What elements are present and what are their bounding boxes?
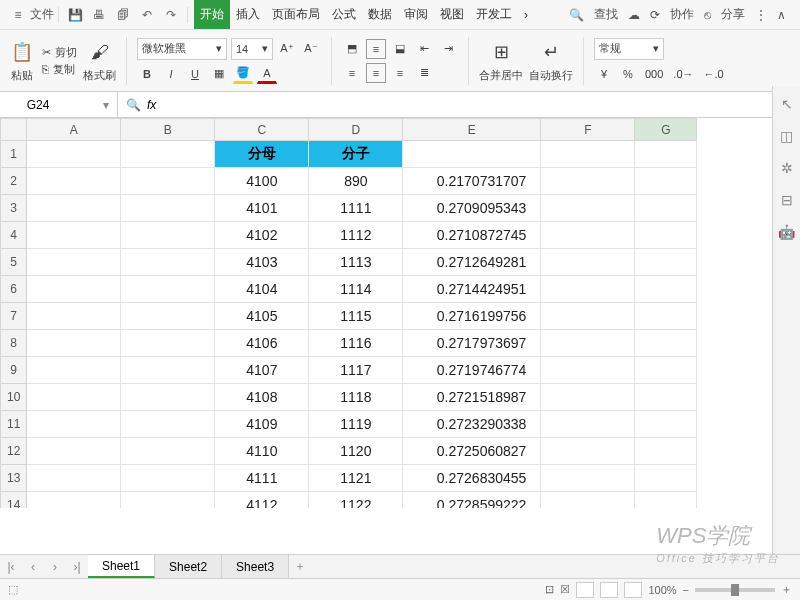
increase-font-icon[interactable]: A⁺	[277, 39, 297, 59]
table-row[interactable]: 9410711170.2719746774	[1, 357, 697, 384]
tab-data[interactable]: 数据	[362, 0, 398, 29]
wrap-text-icon[interactable]: ↵	[537, 38, 565, 66]
table-row[interactable]: 3410111110.2709095343	[1, 195, 697, 222]
more-icon[interactable]: ⋮	[755, 8, 767, 22]
record-icon[interactable]: ⬚	[8, 583, 18, 596]
cloud-icon[interactable]: ☁	[628, 8, 640, 22]
tab-prev-icon[interactable]: ‹	[22, 555, 44, 578]
table-row[interactable]: 10410811180.2721518987	[1, 384, 697, 411]
tab-more[interactable]: ›	[518, 0, 534, 29]
align-bottom-icon[interactable]: ⬓	[390, 39, 410, 59]
save-icon[interactable]: 💾	[66, 6, 84, 24]
merge-cells-icon[interactable]: ⊞	[487, 38, 515, 66]
currency-icon[interactable]: ¥	[594, 64, 614, 84]
search-icon[interactable]: 🔍	[569, 8, 584, 22]
tab-developer[interactable]: 开发工	[470, 0, 518, 29]
font-name-combo[interactable]: 微软雅黑▾	[137, 38, 227, 60]
col-header-E[interactable]: E	[403, 119, 541, 141]
robot-icon[interactable]: 🤖	[778, 224, 795, 240]
increase-decimal-icon[interactable]: .0→	[670, 64, 696, 84]
italic-button[interactable]: I	[161, 64, 181, 84]
table-row[interactable]: 13411111210.2726830455	[1, 465, 697, 492]
collab-label[interactable]: 协作	[670, 6, 694, 23]
normal-view-icon[interactable]	[576, 582, 594, 598]
border-button[interactable]: ▦	[209, 64, 229, 84]
copy-icon[interactable]: ⎘	[42, 63, 49, 75]
align-top-icon[interactable]: ⬒	[342, 39, 362, 59]
preview-icon[interactable]: 🗐	[114, 6, 132, 24]
zoom-value[interactable]: 100%	[648, 584, 676, 596]
zoom-slider[interactable]	[695, 588, 775, 592]
table-row[interactable]: 5410311130.2712649281	[1, 249, 697, 276]
fill-color-button[interactable]: 🪣	[233, 64, 253, 84]
sheet-tab-2[interactable]: Sheet2	[155, 555, 222, 578]
zoom-in-icon[interactable]: ＋	[781, 582, 792, 597]
paste-icon[interactable]: 📋	[8, 38, 36, 66]
tab-page-layout[interactable]: 页面布局	[266, 0, 326, 29]
fx-icon[interactable]: fx	[147, 98, 156, 112]
expand-icon[interactable]: ∧	[777, 8, 786, 22]
align-justify-icon[interactable]: ≣	[414, 63, 434, 83]
decrease-font-icon[interactable]: A⁻	[301, 39, 321, 59]
tab-insert[interactable]: 插入	[230, 0, 266, 29]
tab-start[interactable]: 开始	[194, 0, 230, 29]
col-header-A[interactable]: A	[27, 119, 121, 141]
cursor-icon[interactable]: ↖	[781, 96, 793, 112]
page-view-icon[interactable]	[600, 582, 618, 598]
share-icon[interactable]: ⎋	[704, 8, 711, 22]
table-row[interactable]: 12411011200.2725060827	[1, 438, 697, 465]
underline-button[interactable]: U	[185, 64, 205, 84]
cut-label[interactable]: 剪切	[55, 45, 77, 60]
tab-view[interactable]: 视图	[434, 0, 470, 29]
share-label[interactable]: 分享	[721, 6, 745, 23]
col-header-G[interactable]: G	[635, 119, 697, 141]
break-view-icon[interactable]	[624, 582, 642, 598]
redo-icon[interactable]: ↷	[162, 6, 180, 24]
undo-icon[interactable]: ↶	[138, 6, 156, 24]
row-header[interactable]: 1	[1, 141, 27, 168]
select-icon[interactable]: ◫	[780, 128, 793, 144]
tab-review[interactable]: 审阅	[398, 0, 434, 29]
property-icon[interactable]: ⊟	[781, 192, 793, 208]
bold-button[interactable]: B	[137, 64, 157, 84]
font-color-button[interactable]: A	[257, 64, 277, 84]
name-box-dropdown-icon[interactable]: ▾	[103, 98, 109, 112]
table-row[interactable]: 8410611160.2717973697	[1, 330, 697, 357]
align-right-icon[interactable]: ≡	[390, 63, 410, 83]
cancel-icon[interactable]: 🔍	[126, 98, 141, 112]
align-left-icon[interactable]: ≡	[342, 63, 362, 83]
print-icon[interactable]: 🖶	[90, 6, 108, 24]
sheet-tab-3[interactable]: Sheet3	[222, 555, 289, 578]
file-menu[interactable]: 文件	[30, 6, 54, 23]
zoom-out-icon[interactable]: −	[683, 584, 689, 596]
settings-icon[interactable]: ✲	[781, 160, 793, 176]
align-center-icon[interactable]: ≡	[366, 63, 386, 83]
format-painter-icon[interactable]: 🖌	[86, 38, 114, 66]
indent-decrease-icon[interactable]: ⇤	[414, 39, 434, 59]
align-middle-icon[interactable]: ≡	[366, 39, 386, 59]
lock-icon[interactable]: ☒	[560, 583, 570, 596]
col-header-B[interactable]: B	[121, 119, 215, 141]
table-row[interactable]: 14411211220.2728599222	[1, 492, 697, 509]
name-box-input[interactable]	[8, 98, 68, 112]
sheet-grid[interactable]: ABCDEFG1分母分子241008900.217073170734101111…	[0, 118, 800, 508]
font-size-combo[interactable]: 14▾	[231, 38, 273, 60]
col-header-C[interactable]: C	[215, 119, 309, 141]
add-sheet-icon[interactable]: ＋	[289, 555, 311, 578]
search-label[interactable]: 查找	[594, 6, 618, 23]
tab-first-icon[interactable]: |‹	[0, 555, 22, 578]
comma-icon[interactable]: 000	[642, 64, 666, 84]
sheet-tab-1[interactable]: Sheet1	[88, 555, 155, 578]
table-row[interactable]: 241008900.2170731707	[1, 168, 697, 195]
sync-icon[interactable]: ⟳	[650, 8, 660, 22]
app-mode-icon[interactable]: ⊡	[545, 583, 554, 596]
table-row[interactable]: 11410911190.2723290338	[1, 411, 697, 438]
tab-next-icon[interactable]: ›	[44, 555, 66, 578]
col-header-F[interactable]: F	[541, 119, 635, 141]
menu-icon[interactable]: ≡	[9, 6, 27, 24]
table-row[interactable]: 6410411140.2714424951	[1, 276, 697, 303]
number-format-combo[interactable]: 常规▾	[594, 38, 664, 60]
table-row[interactable]: 7410511150.2716199756	[1, 303, 697, 330]
col-header-D[interactable]: D	[309, 119, 403, 141]
copy-label[interactable]: 复制	[53, 62, 75, 77]
